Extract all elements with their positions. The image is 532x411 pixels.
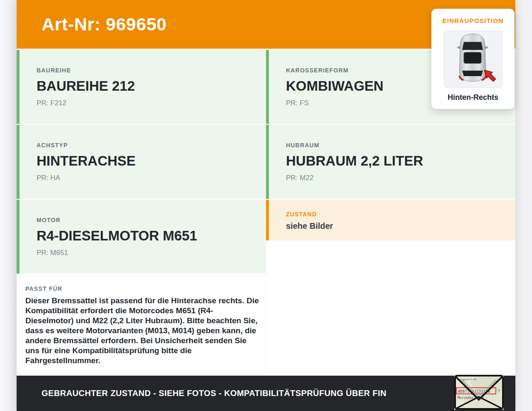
- passt-fuer-card: PASST FÜR Dieser Bremssattel ist passend…: [17, 275, 266, 374]
- card-pr-code: PR: HA: [37, 174, 256, 182]
- card-value: R4-DIESELMOTOR M651: [37, 228, 256, 244]
- card-value: siehe Bilder: [286, 221, 505, 231]
- einbauposition-title: EINBAUPOSITION: [431, 17, 515, 24]
- passt-fuer-label: PASST FÜR: [25, 285, 259, 292]
- fin-check-digit: 7: [498, 389, 500, 394]
- card-achstyp: ACHSTYP HINTERACHSE PR: HA: [17, 125, 266, 199]
- footer-bar: GEBRAUCHTER ZUSTAND - SIEHE FOTOS - KOMP…: [17, 376, 515, 411]
- page: Art-Nr: 969650 BAUREIHE BAUREIHE 212 PR:…: [0, 0, 532, 411]
- card-value: BAUREIHE 212: [37, 78, 256, 94]
- passt-fuer-text: Dieser Bremssattel ist passend für die H…: [25, 296, 259, 366]
- card-motor: MOTOR R4-DIESELMOTOR M651 PR: M651: [17, 200, 266, 274]
- spec-row-3: MOTOR R4-DIESELMOTOR M651 PR: M651 ZUSTA…: [17, 200, 515, 274]
- car-mirror-right: [485, 46, 489, 49]
- listing-content: Art-Nr: 969650 BAUREIHE BAUREIHE 212 PR:…: [17, 0, 515, 411]
- card-value: HUBRAUM 2,2 LITER: [286, 153, 505, 169]
- card-value: HINTERACHSE: [37, 153, 256, 169]
- card-label: MOTOR: [37, 217, 256, 223]
- card-hubraum: HUBRAUM HUBRAUM 2,2 LITER PR: M22: [266, 125, 515, 199]
- car-mirror-left: [457, 46, 460, 49]
- card-pr-code: PR: M651: [37, 249, 256, 257]
- card-baureihe: BAUREIHE BAUREIHE 212 PR: F212: [17, 50, 266, 124]
- card-label: ACHSTYP: [37, 142, 256, 149]
- spec-col-right-bottom: ZUSTAND siehe Bilder: [266, 200, 515, 274]
- footer-condition-text: GEBRAUCHTER ZUSTAND - SIEHE FOTOS - KOMP…: [42, 389, 387, 398]
- spec-row-2: ACHSTYP HINTERACHSE PR: HA HUBRAUM HUBRA…: [17, 125, 515, 199]
- einbauposition-value: Hinten-Rechts: [431, 93, 515, 102]
- card-pr-code: PR: F212: [37, 99, 256, 107]
- fin-envelope-image: Fahrgestell-Nr. WDB71463J31148 7 Mercede…: [454, 375, 504, 410]
- card-label: BAUREIHE: [37, 67, 256, 74]
- car-position-image-box: [443, 30, 502, 88]
- position-arrow-icon: [480, 64, 501, 86]
- card-label: ZUSTAND: [286, 211, 505, 218]
- article-number-title: Art-Nr: 969650: [42, 14, 167, 35]
- card-zustand: ZUSTAND siehe Bilder: [266, 200, 515, 240]
- einbauposition-card: EINBAUPOSITION: [431, 9, 515, 109]
- card-label: HUBRAUM: [286, 142, 505, 149]
- card-pr-code: PR: M22: [286, 174, 505, 182]
